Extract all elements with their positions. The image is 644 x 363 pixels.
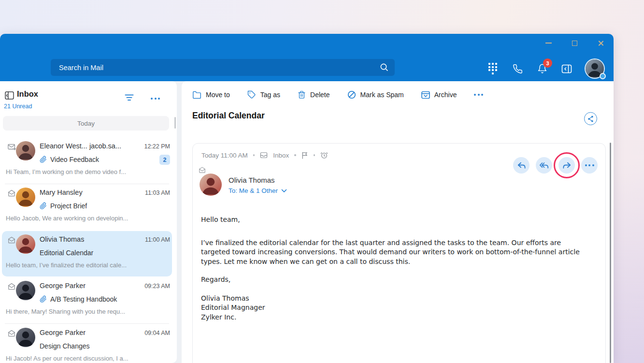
sender-avatar bbox=[16, 328, 35, 347]
more-actions-icon[interactable] bbox=[581, 157, 598, 174]
body-closing: Regards, bbox=[201, 275, 591, 285]
sender-name: Mary Hansley bbox=[40, 189, 83, 196]
attachment-icon bbox=[40, 202, 47, 210]
read-envelope-icon bbox=[199, 167, 206, 173]
share-icon[interactable] bbox=[584, 112, 597, 125]
sender-avatar bbox=[16, 281, 35, 300]
delete-label: Delete bbox=[310, 91, 329, 99]
search-icon[interactable] bbox=[380, 63, 388, 72]
mail-subject: Project Brief bbox=[50, 202, 87, 210]
move-to-button[interactable]: Move to bbox=[192, 91, 230, 99]
chevron-down-icon bbox=[281, 189, 287, 193]
mail-folder[interactable]: Inbox bbox=[273, 152, 289, 159]
mark-as-spam-button[interactable]: Mark as Spam bbox=[347, 90, 404, 99]
sender-avatar bbox=[16, 188, 35, 207]
delete-button[interactable]: Delete bbox=[298, 90, 329, 99]
mail-subject: Video Feedback bbox=[50, 156, 99, 163]
signature-company: Zylker Inc. bbox=[201, 313, 591, 322]
mail-time: 11:00 AM bbox=[145, 236, 170, 243]
collapse-panel-icon[interactable] bbox=[561, 63, 572, 74]
mail-list-item[interactable]: George Parker 09:04 AM Design Changes Hi… bbox=[0, 324, 177, 363]
mail-list-item-selected[interactable]: Olivia Thomas 11:00 AM Editorial Calenda… bbox=[0, 231, 177, 277]
move-to-label: Move to bbox=[206, 91, 230, 99]
divider bbox=[5, 184, 169, 184]
phone-icon[interactable] bbox=[512, 63, 523, 74]
sender-name: Olivia Thomas bbox=[40, 235, 84, 243]
sender-avatar bbox=[16, 141, 35, 160]
mail-datetime: Today 11:00 AM bbox=[201, 152, 248, 159]
minimize-button[interactable] bbox=[543, 39, 554, 47]
bell-icon[interactable]: 3 bbox=[536, 63, 548, 74]
mail-subject: Editorial Calendar bbox=[40, 249, 93, 257]
reply-icon[interactable] bbox=[513, 157, 530, 174]
tag-as-label: Tag as bbox=[260, 91, 280, 99]
window-controls bbox=[543, 39, 606, 47]
mail-toolbar: Move to Tag as Delete Mar bbox=[192, 90, 483, 99]
inbox-icon bbox=[260, 152, 268, 159]
sender-avatar bbox=[16, 234, 35, 254]
filter-icon[interactable] bbox=[125, 94, 134, 101]
signature-role: Editorial Magnager bbox=[201, 303, 591, 313]
topbar: 3 bbox=[0, 34, 614, 81]
sender-name: George Parker bbox=[40, 282, 86, 290]
recipients-toggle[interactable]: To: Me & 1 Other bbox=[229, 187, 287, 194]
tag-as-button[interactable]: Tag as bbox=[247, 90, 280, 99]
reading-pane: Move to Tag as Delete Mar bbox=[182, 81, 614, 363]
replied-envelope-icon bbox=[8, 143, 16, 151]
notification-badge: 3 bbox=[543, 58, 552, 68]
collapse-list-icon[interactable] bbox=[5, 91, 14, 100]
signature-name: Olivia Thomas bbox=[201, 294, 591, 304]
unread-count[interactable]: 21 Unread bbox=[4, 103, 32, 110]
divider bbox=[294, 154, 296, 156]
mail-time: 09:04 AM bbox=[144, 330, 170, 336]
app-window: 3 Inbox 21 Unread bbox=[0, 34, 614, 363]
maximize-button[interactable] bbox=[569, 39, 580, 47]
mail-subject: Design Changes bbox=[40, 342, 90, 350]
forward-icon[interactable] bbox=[558, 157, 575, 174]
list-more-icon[interactable] bbox=[151, 98, 160, 100]
reading-pane-scrollbar[interactable] bbox=[610, 143, 611, 363]
divider bbox=[5, 323, 169, 324]
mail-preview: Hello team, I’ve finalized the editorial… bbox=[6, 261, 171, 269]
mail-preview: Hello Jacob, We are working on developin… bbox=[6, 215, 171, 222]
mail-meta: Today 11:00 AM Inbox bbox=[201, 151, 328, 159]
mail-card: Today 11:00 AM Inbox bbox=[192, 143, 606, 363]
mail-list-item[interactable]: George Parker 09:23 AM A/B Testing Handb… bbox=[0, 277, 177, 324]
body-paragraph: I’ve finalized the editorial calendar fo… bbox=[201, 238, 587, 267]
mail-preview: Hi there, Mary! Sharing with you the req… bbox=[6, 308, 171, 315]
mail-body: Hello team, I’ve finalized the editorial… bbox=[201, 215, 591, 322]
mail-list-panel: Inbox 21 Unread Today Eleanor West... ja… bbox=[0, 81, 177, 363]
archive-button[interactable]: Archive bbox=[421, 91, 457, 99]
divider bbox=[314, 154, 315, 156]
mail-list-item[interactable]: Eleanor West... jacob.sa... 12:22 PM Vid… bbox=[0, 138, 177, 184]
mail-actions bbox=[513, 157, 598, 174]
read-envelope-icon bbox=[8, 236, 15, 244]
search-input[interactable] bbox=[51, 59, 395, 76]
sender-name: Eleanor West... jacob.sa... bbox=[40, 142, 121, 150]
toolbar-more-icon[interactable] bbox=[474, 94, 483, 96]
apps-grid-icon[interactable] bbox=[487, 63, 499, 74]
mail-time: 12:22 PM bbox=[144, 143, 170, 150]
flag-icon[interactable] bbox=[301, 152, 308, 159]
close-button[interactable] bbox=[595, 39, 606, 47]
sender-avatar[interactable] bbox=[200, 174, 222, 196]
reply-all-icon[interactable] bbox=[536, 157, 552, 174]
read-envelope-icon bbox=[8, 283, 15, 290]
date-group-header: Today bbox=[3, 116, 169, 131]
attachment-icon bbox=[40, 295, 47, 303]
sender-name: George Parker bbox=[40, 329, 86, 336]
thread-count-badge: 2 bbox=[159, 155, 170, 165]
snooze-clock-icon[interactable] bbox=[320, 151, 328, 159]
mail-list-item[interactable]: Mary Hansley 11:03 AM Project Brief Hell… bbox=[0, 184, 177, 231]
mail-time: 11:03 AM bbox=[145, 189, 170, 196]
search-bar bbox=[51, 59, 395, 76]
archive-label: Archive bbox=[434, 91, 457, 99]
sender-name: Olivia Thomas bbox=[229, 176, 275, 184]
divider bbox=[253, 154, 255, 156]
list-scrollbar[interactable] bbox=[174, 117, 176, 129]
read-envelope-icon bbox=[8, 189, 15, 197]
read-envelope-icon bbox=[8, 330, 15, 337]
folder-title: Inbox bbox=[17, 89, 38, 99]
attachment-icon bbox=[40, 156, 47, 163]
mail-preview: Hi Team, I’m working on the demo video f… bbox=[6, 168, 171, 175]
